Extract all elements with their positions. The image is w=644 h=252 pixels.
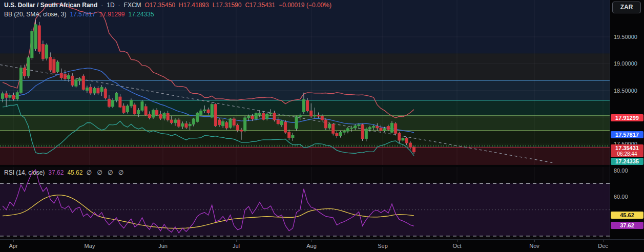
bb-legend: BB (20, SMA, close, 3) 17.57817 17.91299… bbox=[4, 11, 154, 18]
change-value: −0.00019 (−0.00%) bbox=[279, 2, 331, 9]
price-zones bbox=[0, 0, 610, 165]
last-price-badge: 17.3543106:28:44 bbox=[611, 144, 643, 157]
rsi-ma-value: 45.62 bbox=[67, 169, 82, 176]
bb-lower-badge: 17.24335 bbox=[611, 158, 643, 165]
bb-basis-badge: 17.57817 bbox=[611, 131, 643, 138]
timeframe-label[interactable]: 1D bbox=[107, 2, 114, 9]
bb-indicator-label[interactable]: BB (20, SMA, close, 3) bbox=[4, 11, 66, 18]
month-label-aug: Aug bbox=[301, 243, 322, 249]
month-tick bbox=[534, 240, 535, 242]
open-value: O17.35450 bbox=[145, 2, 175, 9]
month-tick bbox=[383, 240, 383, 242]
symbol-zar-button[interactable]: ZAR bbox=[612, 2, 641, 13]
month-tick bbox=[311, 240, 312, 242]
rsi-plot bbox=[0, 170, 610, 236]
bb-upper-value: 17.91299 bbox=[99, 11, 124, 18]
month-tick bbox=[13, 240, 14, 242]
price-tick: 19.00000 bbox=[614, 60, 637, 67]
month-label-may: May bbox=[79, 243, 100, 249]
separator-dot: · bbox=[101, 2, 103, 9]
time-axis[interactable]: AprMayJunJulAugSepOctNovDec bbox=[0, 239, 644, 252]
trading-chart-window: U.S. Dollar / South African Rand · 1D · … bbox=[0, 0, 644, 252]
rsi-unset-values: ∅ ∅ ∅ ∅ bbox=[86, 169, 123, 176]
price-axis[interactable]: 19.5000019.0000018.5000018.0000017.50000… bbox=[610, 0, 644, 239]
high-value: H17.41893 bbox=[179, 2, 209, 9]
separator-dot: · bbox=[118, 2, 120, 9]
month-label-apr: Apr bbox=[3, 243, 24, 249]
olive-zone bbox=[0, 131, 610, 146]
month-tick bbox=[90, 240, 90, 242]
chart-canvas[interactable] bbox=[0, 0, 610, 239]
rsi-ma-badge: 45.62 bbox=[611, 212, 643, 219]
month-label-oct: Oct bbox=[447, 243, 467, 249]
month-tick bbox=[236, 240, 237, 242]
rsi-tick: 60.00 bbox=[614, 194, 628, 200]
exchange-label[interactable]: FXCM bbox=[124, 2, 141, 9]
rsi-value: 37.62 bbox=[48, 169, 64, 176]
rsi-legend: RSI (14, close) 37.62 45.62 ∅ ∅ ∅ ∅ bbox=[4, 169, 123, 176]
month-label-jul: Jul bbox=[226, 243, 246, 249]
month-label-jun: Jun bbox=[153, 243, 173, 249]
price-tick: 19.50000 bbox=[614, 34, 637, 40]
bb-basis-value: 17.57817 bbox=[70, 11, 95, 18]
bb-lower-value: 17.24335 bbox=[129, 11, 154, 18]
bb-upper-badge: 17.91299 bbox=[611, 114, 643, 121]
rsi-tick: 80.00 bbox=[614, 167, 628, 174]
month-label-dec: Dec bbox=[593, 243, 613, 249]
symbol-legend: U.S. Dollar / South African Rand · 1D · … bbox=[4, 2, 331, 9]
rsi-indicator-label[interactable]: RSI (14, close) bbox=[4, 169, 45, 176]
month-tick bbox=[603, 240, 604, 242]
close-value: C17.35431 bbox=[245, 2, 275, 9]
month-tick bbox=[457, 240, 458, 242]
price-tick: 18.50000 bbox=[614, 88, 637, 94]
month-tick bbox=[163, 240, 163, 242]
red-support-zone bbox=[0, 147, 610, 165]
rsi-value-badge: 37.62 bbox=[611, 222, 643, 229]
low-value: L17.31590 bbox=[213, 2, 242, 9]
month-label-nov: Nov bbox=[524, 243, 545, 249]
symbol-title[interactable]: U.S. Dollar / South African Rand bbox=[4, 2, 97, 9]
month-label-sep: Sep bbox=[372, 243, 393, 249]
